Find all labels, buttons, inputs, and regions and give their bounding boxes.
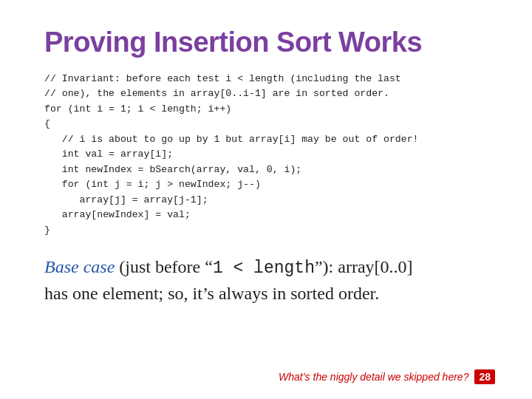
bottom-bar: What’s the niggly detail we skipped here…: [279, 369, 495, 384]
code-line-3: for (int i = 1; i < length; i++): [44, 103, 231, 115]
base-case-label: Base case: [44, 257, 115, 276]
code-line-2: // one), the elements in array[0..i-1] a…: [44, 88, 389, 99]
code-block: // Invariant: before each test i < lengt…: [44, 72, 488, 238]
before-code-text: (just before “: [115, 257, 213, 276]
code-line-7: int newIndex = bSearch(array, val, 0, i)…: [44, 164, 301, 175]
code-line-5: // i is about to go up by 1 but array[i]…: [44, 134, 418, 145]
code-line-9: array[j] = array[j-1];: [44, 194, 208, 205]
code-line-6: int val = array[i];: [44, 149, 173, 160]
code-line-10: array[newIndex] = val;: [44, 209, 191, 220]
code-line-4: {: [44, 118, 50, 129]
page-number: 28: [474, 369, 495, 384]
code-line-11: }: [44, 225, 50, 236]
slide: Proving Insertion Sort Works // Invarian…: [0, 0, 532, 399]
after-code-text: ”): array[0..0]: [315, 257, 413, 276]
code-line-8: for (int j = i; j > newIndex; j--): [44, 179, 261, 190]
niggly-link[interactable]: What’s the niggly detail we skipped here…: [279, 371, 468, 383]
text-block: Base case (just before “1 < length”): ar…: [44, 254, 488, 307]
code-line-1: // Invariant: before each test i < lengt…: [44, 73, 401, 84]
slide-title: Proving Insertion Sort Works: [44, 27, 488, 58]
code-snippet: 1 < length: [213, 259, 315, 278]
text-line2: has one element; so, it’s always in sort…: [44, 284, 379, 303]
